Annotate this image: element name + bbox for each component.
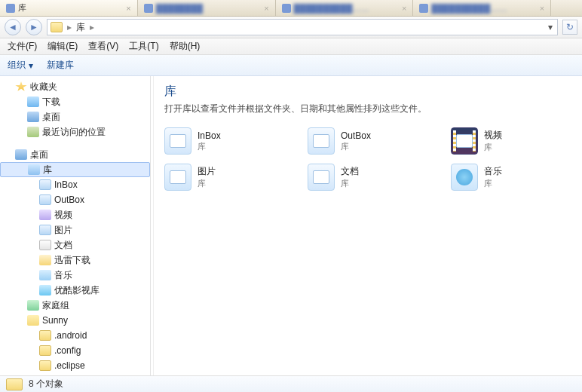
tree-lib-music[interactable]: 音乐 bbox=[0, 268, 150, 283]
homegroup-icon bbox=[27, 300, 39, 311]
tree-lib-documents[interactable]: 文档 bbox=[0, 237, 150, 253]
tree-label: 音乐 bbox=[54, 269, 72, 282]
tree-label: 图片 bbox=[54, 224, 72, 237]
tree-label: 视频 bbox=[54, 209, 72, 222]
menu-tools[interactable]: 工具(T) bbox=[129, 40, 158, 53]
youku-icon bbox=[39, 285, 51, 296]
library-tile-outbox[interactable]: OutBox 库 bbox=[308, 126, 421, 156]
new-tab-button[interactable] bbox=[551, 0, 582, 16]
address-bar[interactable]: ▸ 库 ▸ ▾ bbox=[47, 19, 558, 35]
folder-icon bbox=[39, 360, 51, 371]
tree-label: 优酷影视库 bbox=[54, 284, 100, 297]
library-tile-music[interactable]: 音乐 库 bbox=[451, 162, 564, 192]
library-icon bbox=[164, 127, 191, 155]
content-pane[interactable]: 库 打开库以查看文件并根据文件夹、日期和其他属性排列这些文件。 InBox 库 … bbox=[154, 76, 582, 375]
folder-icon bbox=[6, 378, 23, 390]
star-icon bbox=[15, 81, 27, 92]
tile-sub: 库 bbox=[198, 141, 221, 152]
page-description: 打开库以查看文件并根据文件夹、日期和其他属性排列这些文件。 bbox=[164, 103, 571, 115]
tree-lib-video[interactable]: 视频 bbox=[0, 207, 150, 222]
browser-tab-bar: 库× ████████× ██████████……× ██████████……× bbox=[0, 0, 582, 17]
tab-label: ██████████…… bbox=[294, 4, 369, 13]
tree-label: .config bbox=[54, 345, 81, 356]
tree-downloads[interactable]: 下载 bbox=[0, 94, 150, 109]
tree-lib-pictures[interactable]: 图片 bbox=[0, 222, 150, 237]
folder-icon bbox=[39, 330, 51, 341]
new-library-button[interactable]: 新建库 bbox=[47, 59, 74, 72]
tree-folder-config[interactable]: .config bbox=[0, 343, 150, 358]
user-icon bbox=[27, 315, 39, 326]
close-icon[interactable]: × bbox=[126, 4, 130, 13]
pictures-icon bbox=[39, 225, 51, 235]
tab-1[interactable]: ████████× bbox=[138, 0, 276, 16]
library-icon bbox=[28, 164, 40, 175]
tile-name: 视频 bbox=[484, 129, 502, 142]
library-tile-pic[interactable]: 图片 库 bbox=[164, 162, 277, 192]
tab-0[interactable]: 库× bbox=[0, 0, 138, 16]
tile-sub: 库 bbox=[341, 141, 371, 152]
tree-label: 库 bbox=[43, 164, 52, 176]
desktop-icon bbox=[27, 112, 39, 122]
back-button[interactable]: ◄ bbox=[5, 19, 21, 35]
tree-label: 最近访问的位置 bbox=[42, 126, 106, 139]
tree-lib-youku[interactable]: 优酷影视库 bbox=[0, 283, 150, 298]
tree-homegroup[interactable]: 家庭组 bbox=[0, 298, 150, 313]
menu-help[interactable]: 帮助(H) bbox=[170, 40, 201, 53]
close-icon[interactable]: × bbox=[264, 4, 268, 13]
close-icon[interactable]: × bbox=[540, 4, 544, 13]
library-tile-video[interactable]: 视频 库 bbox=[451, 126, 564, 156]
tree-lib-thunder[interactable]: 迅雷下载 bbox=[0, 253, 150, 268]
video-icon bbox=[39, 210, 51, 220]
tree-label: 桌面 bbox=[30, 149, 48, 161]
library-icon bbox=[451, 164, 478, 191]
tree-recent[interactable]: 最近访问的位置 bbox=[0, 124, 150, 139]
tree-label: OutBox bbox=[54, 194, 84, 205]
page-icon bbox=[419, 4, 428, 13]
tree-folder-idlerc[interactable]: .idlerc bbox=[0, 373, 150, 375]
tree-label: 文档 bbox=[54, 239, 72, 252]
tree-favorites[interactable]: 收藏夹 bbox=[0, 79, 150, 94]
tree-user[interactable]: Sunny bbox=[0, 313, 150, 328]
page-title: 库 bbox=[164, 84, 571, 100]
menu-view[interactable]: 查看(V) bbox=[88, 40, 118, 53]
forward-button[interactable]: ► bbox=[26, 19, 42, 35]
page-icon bbox=[144, 4, 153, 13]
main-area: 收藏夹 下载 桌面 最近访问的位置 桌面 库 InBox OutBox 视频 图… bbox=[0, 76, 582, 375]
library-item-icon bbox=[39, 194, 51, 205]
breadcrumb-item[interactable]: 库 bbox=[76, 21, 85, 34]
tree-lib-outbox[interactable]: OutBox bbox=[0, 192, 150, 207]
tree-folder-eclipse[interactable]: .eclipse bbox=[0, 358, 150, 373]
tree-libraries[interactable]: 库 bbox=[0, 162, 150, 177]
menu-file[interactable]: 文件(F) bbox=[8, 40, 37, 53]
tab-label: ██████████…… bbox=[431, 4, 507, 13]
tree-desktop-root[interactable]: 桌面 bbox=[0, 147, 150, 162]
chevron-down-icon[interactable]: ▾ bbox=[548, 22, 553, 32]
desktop-icon bbox=[15, 149, 27, 160]
tree-sidebar[interactable]: 收藏夹 下载 桌面 最近访问的位置 桌面 库 InBox OutBox 视频 图… bbox=[0, 76, 151, 375]
tree-desktop[interactable]: 桌面 bbox=[0, 109, 150, 124]
tree-folder-android[interactable]: .android bbox=[0, 328, 150, 343]
organize-button[interactable]: 组织▾ bbox=[8, 59, 33, 72]
tree-label: 收藏夹 bbox=[30, 81, 57, 93]
music-icon bbox=[39, 270, 51, 280]
library-icon bbox=[164, 164, 191, 191]
nav-bar: ◄ ► ▸ 库 ▸ ▾ ↻ bbox=[0, 17, 582, 38]
refresh-button[interactable]: ↻ bbox=[562, 20, 577, 35]
tab-label: 库 bbox=[18, 2, 26, 14]
library-tile-inbox[interactable]: InBox 库 bbox=[164, 126, 277, 156]
menu-edit[interactable]: 编辑(E) bbox=[47, 40, 78, 53]
tile-name: 图片 bbox=[198, 165, 216, 178]
library-icon bbox=[451, 127, 478, 155]
chevron-down-icon: ▾ bbox=[29, 60, 33, 71]
tree-label: .eclipse bbox=[54, 360, 85, 371]
tile-sub: 库 bbox=[484, 142, 502, 153]
status-bar: 8 个对象 bbox=[0, 375, 582, 392]
tab-2[interactable]: ██████████……× bbox=[276, 0, 414, 16]
status-text: 8 个对象 bbox=[29, 378, 63, 390]
tree-label: InBox bbox=[54, 179, 78, 190]
tree-lib-inbox[interactable]: InBox bbox=[0, 177, 150, 192]
library-tile-doc[interactable]: 文档 库 bbox=[308, 162, 421, 192]
tab-3[interactable]: ██████████……× bbox=[413, 0, 551, 16]
toolbar: 组织▾ 新建库 bbox=[0, 55, 582, 76]
close-icon[interactable]: × bbox=[402, 4, 406, 13]
